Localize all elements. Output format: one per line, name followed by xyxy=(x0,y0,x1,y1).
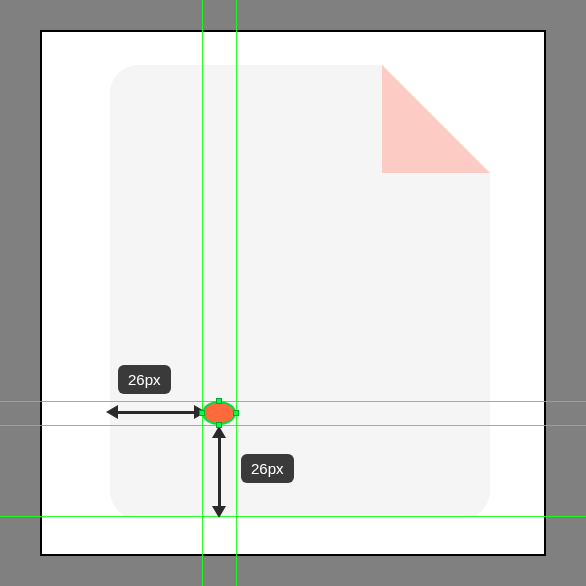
arrow-left-icon xyxy=(106,405,118,419)
editor-stage: 26px 26px xyxy=(0,0,586,586)
measure-line-vertical xyxy=(218,436,221,508)
resize-handle-top[interactable] xyxy=(216,398,222,404)
guide-horizontal xyxy=(0,401,586,402)
guide-horizontal xyxy=(0,516,586,517)
measure-line-horizontal xyxy=(116,411,196,414)
measure-tooltip-horizontal: 26px xyxy=(118,365,171,394)
arrow-down-icon xyxy=(212,506,226,518)
guide-horizontal xyxy=(0,425,586,426)
folded-corner-fill xyxy=(382,65,490,173)
guide-vertical xyxy=(236,0,237,586)
guide-vertical xyxy=(202,0,203,586)
resize-handle-left[interactable] xyxy=(199,410,205,416)
resize-handle-right[interactable] xyxy=(233,410,239,416)
resize-handle-bottom[interactable] xyxy=(216,422,222,428)
measure-tooltip-vertical: 26px xyxy=(241,454,294,483)
